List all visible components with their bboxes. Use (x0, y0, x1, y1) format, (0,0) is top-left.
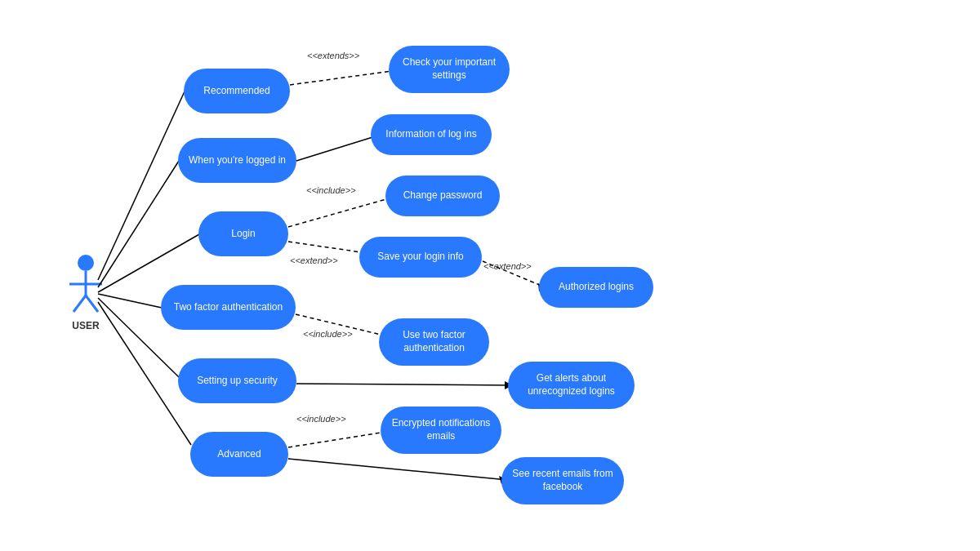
svg-line-13 (296, 135, 381, 161)
use-case-diagram: USER (0, 0, 980, 551)
svg-line-4 (86, 295, 98, 312)
node-when-logged: When you're logged in (178, 138, 296, 183)
label-include-twofactor: <<include>> (303, 329, 353, 339)
node-check-important: Check your important settings (389, 46, 510, 93)
node-advanced: Advanced (190, 432, 288, 477)
svg-line-24 (288, 431, 391, 447)
node-get-alerts: Get alerts about unrecognized logins (508, 362, 635, 409)
svg-line-5 (98, 91, 185, 280)
svg-point-0 (78, 255, 94, 271)
svg-line-15 (288, 196, 398, 227)
node-authorized: Authorized logins (539, 267, 653, 308)
node-recent-emails: See recent emails from facebook (501, 457, 624, 504)
svg-line-6 (98, 161, 179, 287)
node-save-login: Save your login info (359, 237, 482, 278)
label-extend-login-save: <<extend>> (290, 256, 338, 265)
user-figure-svg (65, 253, 106, 318)
node-login: Login (198, 211, 288, 256)
user-label: USER (72, 320, 99, 331)
svg-line-26 (288, 459, 508, 480)
node-info-logins: Information of log ins (371, 114, 492, 155)
svg-line-3 (74, 295, 86, 312)
node-encrypted: Encrypted notifications emails (381, 407, 501, 454)
node-change-password: Change password (385, 176, 500, 216)
label-include-login-change: <<include>> (306, 185, 356, 195)
node-setting-security: Setting up security (178, 358, 296, 403)
label-extends-recommended: <<extends>> (307, 51, 359, 60)
svg-line-7 (98, 234, 199, 292)
node-recommended: Recommended (184, 69, 290, 113)
user-actor: USER (65, 253, 106, 331)
node-two-factor: Two factor authentication (161, 285, 296, 330)
node-use-two-factor: Use two factor authentication (379, 318, 489, 366)
label-extend-save-authorized: <<extend>> (483, 261, 532, 271)
label-include-advanced: <<include>> (296, 414, 346, 424)
svg-line-22 (296, 384, 513, 385)
svg-line-8 (98, 294, 162, 308)
